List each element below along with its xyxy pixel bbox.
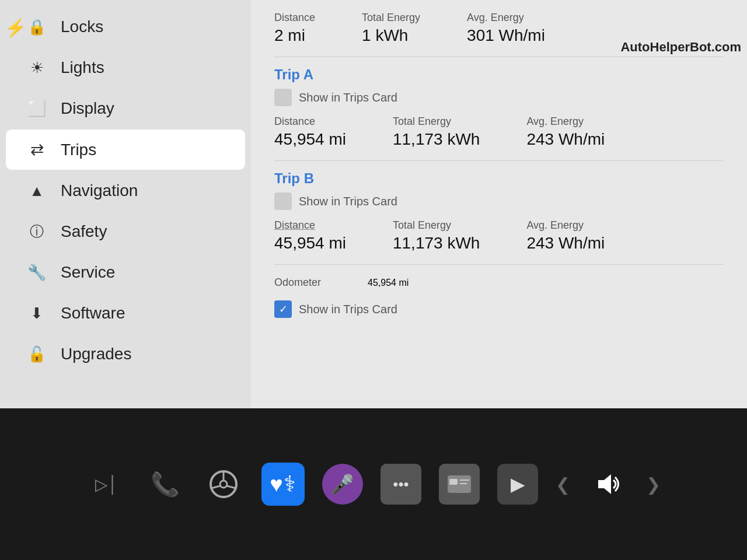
odometer-block: Odometer bbox=[274, 276, 321, 291]
trip-b-avg-energy-value: 243 Wh/mi bbox=[526, 234, 605, 252]
card-icon[interactable] bbox=[439, 464, 480, 505]
dots-icon[interactable]: ••• bbox=[381, 464, 421, 505]
sun-icon: ☀ bbox=[23, 59, 50, 77]
odometer-toggle-label: Show in Trips Card bbox=[299, 303, 397, 316]
trip-b-toggle[interactable] bbox=[274, 192, 292, 210]
trip-b-avg-energy: Avg. Energy 243 Wh/mi bbox=[526, 219, 605, 253]
trip-a-total-energy-value: 11,173 kWh bbox=[393, 130, 480, 148]
lifetime-distance-value: 2 mi bbox=[274, 26, 305, 44]
watermark: AutoHelperBot.com bbox=[620, 40, 741, 55]
sidebar-item-trips[interactable]: ⇄ Trips bbox=[6, 130, 245, 170]
svg-line-3 bbox=[211, 486, 220, 488]
lifetime-distance-label: Distance bbox=[274, 12, 315, 24]
display-icon: ⬜ bbox=[23, 100, 50, 118]
trip-a-title: Trip A bbox=[274, 66, 724, 83]
play-icon[interactable]: ▶ bbox=[497, 464, 538, 505]
odometer-value: 45,954 mi bbox=[368, 278, 409, 288]
lifetime-total-energy-label: Total Energy bbox=[362, 12, 420, 24]
sidebar-item-display[interactable]: ⬜ Display bbox=[6, 89, 245, 128]
trip-b-toggle-row: Show in Trips Card bbox=[274, 192, 724, 210]
content-area: AutoHelperBot.com Distance 2 mi Total En… bbox=[251, 0, 747, 408]
trip-a-distance-value: 45,954 mi bbox=[274, 130, 346, 148]
left-arrow-icon[interactable]: ❮ bbox=[556, 474, 570, 495]
odometer-toggle[interactable]: ✓ bbox=[274, 300, 292, 318]
trip-b-distance: Distance 45,954 mi bbox=[274, 219, 346, 253]
sidebar-label-upgrades: Upgrades bbox=[61, 345, 131, 363]
steering-wheel-icon[interactable] bbox=[203, 464, 244, 505]
sidebar-label-navigation: Navigation bbox=[61, 181, 138, 200]
sidebar-item-lights[interactable]: ☀ Lights bbox=[6, 48, 245, 88]
trip-a-avg-energy-label: Avg. Energy bbox=[526, 116, 605, 128]
svg-marker-9 bbox=[598, 474, 611, 494]
trip-b-title: Trip B bbox=[274, 170, 724, 187]
trip-a-avg-energy: Avg. Energy 243 Wh/mi bbox=[526, 116, 605, 149]
svg-rect-6 bbox=[449, 479, 458, 485]
lifetime-total-energy: Total Energy 1 kWh bbox=[362, 12, 420, 45]
navigation-icon: ▲ bbox=[23, 182, 50, 200]
taskbar: ▷│ 📞 ♥ ⚕ 🎤 ••• bbox=[0, 408, 747, 560]
trip-b-stats: Distance 45,954 mi Total Energy 11,173 k… bbox=[274, 219, 724, 253]
sidebar-label-locks: Locks bbox=[61, 18, 103, 36]
bluetooth-icon[interactable]: ♥ ⚕ bbox=[261, 463, 305, 506]
microphone-icon[interactable]: 🎤 bbox=[322, 464, 363, 505]
svg-point-1 bbox=[220, 481, 227, 488]
sidebar-item-safety[interactable]: ⓘ Safety bbox=[6, 212, 245, 251]
sidebar-label-service: Service bbox=[61, 263, 115, 282]
skip-icon[interactable]: ▷│ bbox=[86, 464, 127, 505]
service-icon: 🔧 bbox=[23, 264, 50, 282]
sidebar-label-display: Display bbox=[61, 99, 114, 118]
sidebar-item-software[interactable]: ⬇ Software bbox=[6, 293, 245, 333]
sidebar-label-software: Software bbox=[61, 304, 125, 323]
trip-b-total-energy-value: 11,173 kWh bbox=[393, 234, 480, 252]
sidebar: 🔒 Locks ☀ Lights ⬜ Display ⇄ Trips ▲ Nav… bbox=[0, 0, 251, 408]
trip-b-distance-label: Distance bbox=[274, 219, 346, 232]
sidebar-item-locks[interactable]: 🔒 Locks bbox=[6, 7, 245, 47]
trip-a-toggle[interactable] bbox=[274, 89, 292, 106]
odometer-row: Odometer 45,954 mi bbox=[274, 276, 724, 291]
sidebar-label-safety: Safety bbox=[61, 222, 107, 241]
trip-b-avg-energy-label: Avg. Energy bbox=[526, 219, 605, 232]
lock-icon: 🔒 bbox=[23, 18, 50, 36]
trip-a-stats: Distance 45,954 mi Total Energy 11,173 k… bbox=[274, 116, 724, 149]
trip-a-total-energy: Total Energy 11,173 kWh bbox=[393, 116, 480, 149]
trip-b-total-energy-label: Total Energy bbox=[393, 219, 480, 232]
svg-line-4 bbox=[227, 486, 236, 488]
safety-icon: ⓘ bbox=[23, 222, 50, 241]
volume-icon[interactable] bbox=[588, 464, 629, 505]
trip-b-distance-value: 45,954 mi bbox=[274, 234, 346, 252]
trip-a-distance-label: Distance bbox=[274, 116, 346, 128]
odometer-label: Odometer bbox=[274, 276, 321, 289]
lifetime-distance: Distance 2 mi bbox=[274, 12, 315, 45]
trip-a-distance: Distance 45,954 mi bbox=[274, 116, 346, 149]
lifetime-avg-energy: Avg. Energy 301 Wh/mi bbox=[467, 12, 545, 45]
lifetime-total-energy-value: 1 kWh bbox=[362, 26, 408, 44]
lightning-bolt-icon: ⚡ bbox=[5, 18, 26, 38]
trip-a-toggle-row: Show in Trips Card bbox=[274, 89, 724, 106]
lifetime-avg-energy-label: Avg. Energy bbox=[467, 12, 545, 24]
right-arrow-icon[interactable]: ❯ bbox=[646, 474, 661, 495]
software-icon: ⬇ bbox=[23, 304, 50, 323]
trip-a-avg-energy-value: 243 Wh/mi bbox=[526, 130, 605, 148]
phone-icon[interactable]: 📞 bbox=[145, 464, 186, 505]
sidebar-label-lights: Lights bbox=[61, 58, 104, 77]
sidebar-item-navigation[interactable]: ▲ Navigation bbox=[6, 171, 245, 211]
trip-b-toggle-label: Show in Trips Card bbox=[299, 195, 397, 208]
sidebar-label-trips: Trips bbox=[61, 141, 96, 159]
trip-b-total-energy: Total Energy 11,173 kWh bbox=[393, 219, 480, 253]
trips-icon: ⇄ bbox=[23, 140, 50, 159]
trip-a-toggle-label: Show in Trips Card bbox=[299, 91, 397, 104]
lifetime-avg-energy-value: 301 Wh/mi bbox=[467, 26, 545, 44]
upgrades-icon: 🔓 bbox=[23, 345, 50, 363]
trip-a-total-energy-label: Total Energy bbox=[393, 116, 480, 128]
odometer-toggle-row: ✓ Show in Trips Card bbox=[274, 300, 724, 318]
sidebar-item-upgrades[interactable]: 🔓 Upgrades bbox=[6, 334, 245, 374]
sidebar-item-service[interactable]: 🔧 Service bbox=[6, 253, 245, 292]
